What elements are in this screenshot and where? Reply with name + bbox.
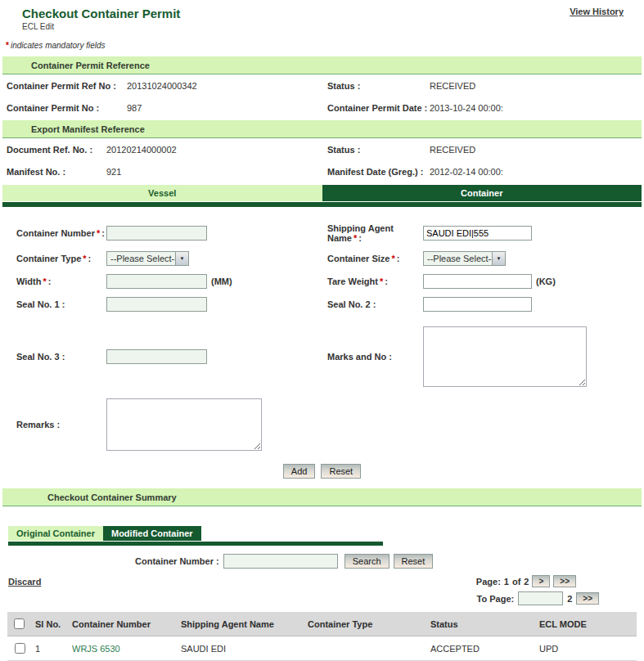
- mandatory-note: *indicates mandatory fields: [0, 31, 644, 55]
- container-type-select[interactable]: --Please Select-- ▼: [106, 251, 189, 266]
- form-row-1: Container Number*: Shipping Agent Name*:: [16, 223, 644, 243]
- permit-status-value: RECEIVED: [430, 81, 644, 91]
- width-input[interactable]: [106, 274, 207, 289]
- shipping-agent-field-group: Shipping Agent Name*:: [327, 223, 532, 243]
- discard-link[interactable]: Discard: [8, 577, 41, 605]
- table-header-row: Sl No. Container Number Shipping Agent N…: [7, 612, 637, 636]
- required-star: *: [43, 277, 46, 286]
- header-ecl-mode: ECL MODE: [536, 612, 637, 636]
- row-shipping-agent: SAUDI EDI: [178, 636, 304, 661]
- search-container-number-input[interactable]: [223, 554, 338, 569]
- total-pages: 2: [524, 577, 529, 587]
- remarks-textarea[interactable]: [106, 398, 262, 451]
- marks-textarea[interactable]: [423, 326, 587, 387]
- permit-date-label: Container Permit Date :: [327, 103, 430, 113]
- manifest-status-value: RECEIVED: [430, 145, 644, 155]
- view-history-link[interactable]: View History: [570, 7, 624, 16]
- tab-original-container[interactable]: Original Container: [8, 526, 103, 541]
- search-reset-button[interactable]: Reset: [394, 554, 434, 569]
- form-reset-button[interactable]: Reset: [321, 464, 361, 479]
- go-to-page-button[interactable]: >>: [576, 592, 599, 605]
- row-container-number-link[interactable]: WRJS 6530: [72, 644, 120, 654]
- remarks-field-group: Remarks :: [16, 398, 327, 451]
- container-number-field-group: Container Number*:: [16, 226, 327, 241]
- seal1-input[interactable]: [106, 297, 207, 312]
- page-header: Checkout Container Permit ECL Edit View …: [0, 0, 644, 31]
- select-all-checkbox[interactable]: [14, 618, 25, 629]
- page-title: Checkout Container Permit: [22, 7, 180, 20]
- add-button[interactable]: Add: [283, 464, 316, 479]
- search-container-number-label: Container Number :: [135, 556, 219, 566]
- pagination-row-1: Page: 1 of 2 > >>: [476, 575, 576, 587]
- permit-ref-row-1: Container Permit Ref No : 20131024000342…: [0, 74, 644, 97]
- container-type-selected-value: --Please Select--: [107, 252, 175, 265]
- tab-container[interactable]: Container: [322, 185, 642, 201]
- manifest-ref-row-1: Document Ref. No. : 20120214000002 Statu…: [0, 138, 644, 160]
- next-page-button[interactable]: >: [532, 575, 550, 587]
- manifest-no-value: 921: [106, 167, 327, 177]
- section-checkout-container-summary: Checkout Container Summary: [2, 488, 642, 506]
- form-row-6: Remarks :: [16, 398, 644, 451]
- container-number-label: Container Number*:: [16, 228, 106, 238]
- row-container-type: [304, 636, 427, 661]
- seal1-field-group: Seal No. 1 :: [16, 297, 327, 312]
- container-size-select[interactable]: --Please Select-- ▼: [423, 251, 506, 266]
- permit-no-label: Container Permit No :: [7, 103, 127, 113]
- tab-vessel[interactable]: Vessel: [2, 185, 322, 201]
- seal3-field-group: Seal No. 3 :: [16, 349, 327, 364]
- permit-date-value: 2013-10-24 00:00:: [430, 103, 644, 113]
- container-size-field-group: Container Size*: --Please Select-- ▼: [327, 251, 506, 266]
- checkout-container-permit-page: Checkout Container Permit ECL Edit View …: [0, 0, 644, 661]
- tare-weight-input[interactable]: [423, 274, 532, 289]
- chevron-down-icon: ▼: [492, 252, 505, 265]
- title-block: Checkout Container Permit ECL Edit: [22, 7, 180, 31]
- summary-tab-underline: [8, 542, 383, 546]
- width-label: Width*:: [16, 277, 106, 286]
- last-page-button[interactable]: >>: [553, 575, 576, 587]
- container-size-selected-value: --Please Select--: [424, 252, 492, 265]
- marks-field-group: Marks and No :: [327, 326, 587, 387]
- permit-status-label: Status :: [327, 81, 430, 91]
- current-page: 1: [504, 577, 509, 587]
- row-checkbox[interactable]: [15, 643, 25, 654]
- manifest-date-value: 2012-02-14 00:00:: [430, 167, 644, 177]
- tare-weight-label: Tare Weight*:: [327, 277, 423, 286]
- container-search-row: Container Number : Search Reset: [135, 554, 644, 569]
- container-type-label: Container Type*:: [16, 254, 106, 263]
- discard-pagination-row: Discard Page: 1 of 2 > >> To Page: 2 >>: [8, 575, 636, 605]
- tab-modified-container[interactable]: Modified Container: [103, 526, 201, 541]
- permit-ref-no-label: Container Permit Ref No :: [7, 81, 127, 91]
- header-shipping-agent-name: Shipping Agent Name: [178, 612, 304, 636]
- container-size-label: Container Size*:: [327, 254, 423, 263]
- required-star: *: [354, 233, 357, 243]
- manifest-status-label: Status :: [327, 145, 430, 155]
- seal2-input[interactable]: [423, 297, 532, 312]
- required-star: *: [391, 254, 394, 263]
- tare-weight-unit: (KG): [536, 277, 556, 286]
- width-field-group: Width*: (MM): [16, 274, 327, 289]
- seal3-input[interactable]: [106, 349, 207, 364]
- required-star: *: [83, 254, 86, 263]
- header-sl-no: Sl No.: [32, 612, 69, 636]
- seal1-label: Seal No. 1 :: [16, 299, 106, 309]
- mandatory-star: *: [6, 41, 9, 50]
- required-star: *: [97, 228, 100, 238]
- to-page-total: 2: [567, 594, 572, 604]
- seal3-label: Seal No. 3 :: [16, 352, 106, 362]
- mandatory-note-text: indicates mandatory fields: [11, 41, 106, 50]
- container-type-field-group: Container Type*: --Please Select-- ▼: [16, 251, 327, 266]
- search-button[interactable]: Search: [345, 554, 390, 569]
- shipping-agent-input[interactable]: [423, 226, 532, 241]
- permit-ref-row-2: Container Permit No : 987 Container Perm…: [0, 97, 644, 119]
- manifest-date-label: Manifest Date (Greg.) :: [327, 167, 430, 177]
- summary-tab-bar: Original Container Modified Container: [8, 526, 644, 541]
- header-status: Status: [427, 612, 536, 636]
- table-row: 1 WRJS 6530 SAUDI EDI ACCEPTED UPD: [7, 636, 637, 661]
- container-number-input[interactable]: [106, 226, 207, 241]
- document-ref-no-label: Document Ref. No. :: [7, 145, 106, 155]
- to-page-input[interactable]: [518, 591, 563, 605]
- row-sl-no: 1: [32, 636, 69, 661]
- page-subtitle: ECL Edit: [22, 22, 180, 31]
- main-tab-bar: Vessel Container: [2, 185, 642, 201]
- chevron-down-icon: ▼: [175, 252, 188, 265]
